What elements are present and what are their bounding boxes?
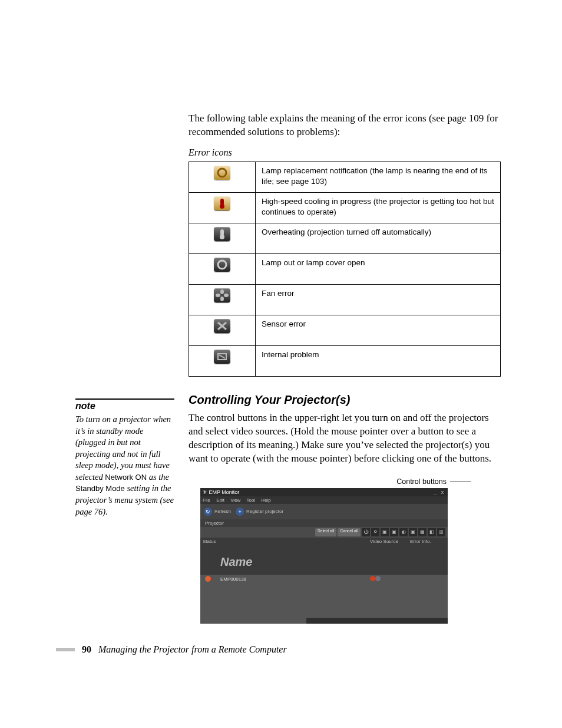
col-name: Name	[220, 555, 368, 569]
window-minimize-icon[interactable]: _	[432, 489, 438, 495]
footer-title: Managing the Projector from a Remote Com…	[98, 644, 287, 655]
temp-warn-icon	[214, 196, 230, 210]
svg-point-7	[220, 297, 224, 301]
error-desc: High-speed cooling in progress (the proj…	[256, 192, 501, 223]
emp-monitor-screenshot: ✳ EMP Monitor _ x File Edit View Tool He…	[200, 488, 448, 624]
svg-point-4	[220, 235, 224, 239]
note-heading: note	[75, 401, 174, 411]
menu-help[interactable]: Help	[261, 498, 270, 503]
control-source1-icon[interactable]: ▣	[381, 528, 389, 536]
error-icons-table: Lamp replacement notification (the lamp …	[189, 162, 501, 377]
control-source6-icon[interactable]: ◧	[428, 528, 436, 536]
table-caption: Error icons	[189, 147, 501, 158]
status-indicator-icon	[205, 576, 211, 582]
margin-note: note To turn on a projector when it’s in…	[75, 398, 174, 518]
error-desc: Lamp out or lamp cover open	[256, 253, 501, 284]
col-error-info: Error Info.	[410, 539, 445, 574]
section-heading: Controlling Your Projector(s)	[189, 393, 501, 407]
overheat-icon	[214, 227, 230, 241]
svg-line-14	[219, 355, 225, 358]
lamp-out-icon	[214, 258, 230, 272]
intro-paragraph: The following table explains the meaning…	[189, 112, 501, 139]
horizontal-scrollbar[interactable]	[200, 618, 448, 624]
error-desc: Lamp replacement notification (the lamp …	[256, 162, 501, 192]
menu-bar[interactable]: File Edit View Tool Help	[200, 496, 448, 504]
error-desc: Internal problem	[256, 345, 501, 376]
lamp-warn-icon	[214, 166, 230, 180]
section-body: The control buttons in the upper-right l…	[189, 411, 501, 466]
control-power-on-icon[interactable]: ⏻	[362, 528, 370, 536]
svg-point-8	[216, 294, 220, 297]
callout-label: Control buttons	[189, 477, 471, 486]
svg-point-2	[220, 204, 224, 209]
error-desc: Fan error	[256, 284, 501, 315]
note-body: To turn on a projector when it’s in stan…	[75, 414, 174, 518]
page-footer: 90 Managing the Projector from a Remote …	[56, 644, 287, 655]
control-source7-icon[interactable]: ▥	[437, 528, 445, 536]
register-projector-button[interactable]: +Register projector	[236, 508, 283, 516]
svg-point-6	[220, 289, 224, 294]
projector-group-tab[interactable]: Projector	[200, 519, 448, 527]
control-source2-icon[interactable]: ▣	[390, 528, 398, 536]
window-close-icon[interactable]: x	[439, 489, 445, 495]
svg-point-9	[224, 294, 229, 297]
select-all-button[interactable]: Select all	[315, 528, 336, 536]
fan-error-icon	[214, 288, 230, 302]
projector-name: EMP000138	[220, 577, 368, 582]
refresh-button[interactable]: ↻Refresh	[204, 508, 231, 516]
col-status: Status	[203, 539, 218, 574]
error-desc: Overheating (projection turned off autom…	[256, 223, 501, 253]
cancel-all-button[interactable]: Cancel all	[338, 528, 361, 536]
window-title: ✳ EMP Monitor	[203, 489, 239, 495]
error-desc: Sensor error	[256, 315, 501, 345]
menu-tool[interactable]: Tool	[246, 498, 255, 503]
internal-error-icon	[214, 350, 230, 364]
control-source3-icon[interactable]: ◐	[399, 528, 408, 536]
svg-point-0	[218, 169, 226, 177]
svg-point-10	[221, 294, 223, 297]
video-source-indicator	[370, 576, 408, 582]
svg-point-5	[218, 261, 226, 269]
col-video-source: Video Source	[370, 539, 408, 574]
page-number: 90	[82, 644, 91, 655]
control-power-off-icon[interactable]: ⭘	[371, 528, 379, 536]
projector-row[interactable]: EMP000138	[200, 575, 448, 584]
control-source4-icon[interactable]: ▣	[409, 528, 417, 536]
sensor-error-icon	[214, 319, 230, 333]
menu-edit[interactable]: Edit	[216, 498, 224, 503]
menu-file[interactable]: File	[203, 498, 210, 503]
menu-view[interactable]: View	[230, 498, 240, 503]
control-source5-icon[interactable]: ▦	[418, 528, 427, 536]
